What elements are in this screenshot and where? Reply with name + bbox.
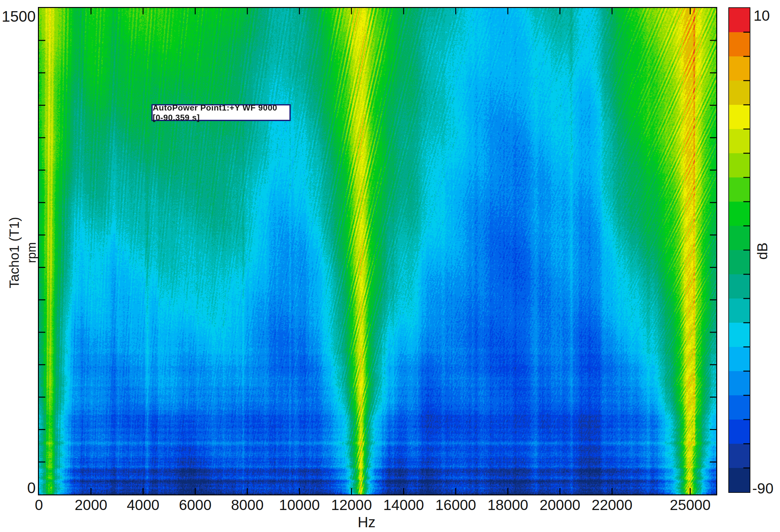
x-tick-label: 6000 bbox=[179, 496, 211, 514]
x-tick-label: 12000 bbox=[331, 496, 372, 514]
x-tick-label: 4000 bbox=[127, 496, 159, 514]
x-tick-label: 0 bbox=[35, 496, 43, 514]
x-tick-label: 22000 bbox=[592, 496, 632, 514]
x-tick-label: 8000 bbox=[231, 496, 263, 514]
colorbar-canvas bbox=[729, 8, 750, 492]
colorbar-title: dB bbox=[754, 243, 771, 260]
spectrogram-heatmap-canvas bbox=[39, 8, 716, 494]
waterfall-spectrogram-figure: AutoPower Point1:+Y WF 9000 [0-90.359 s]… bbox=[0, 0, 780, 532]
x-tick-label: 25000 bbox=[670, 496, 711, 514]
plot-area-frame: AutoPower Point1:+Y WF 9000 [0-90.359 s] bbox=[38, 7, 717, 495]
y-axis-title: Tacho1 (T1) bbox=[7, 217, 22, 288]
x-tick-label: 20000 bbox=[540, 496, 580, 514]
x-tick-label: 14000 bbox=[383, 496, 424, 514]
colorbar-min-label: -90 bbox=[752, 480, 773, 497]
x-tick-label: 10000 bbox=[279, 496, 320, 514]
curve-annotation-box: AutoPower Point1:+Y WF 9000 [0-90.359 s] bbox=[151, 104, 291, 121]
y-tick-label-min: 0 bbox=[0, 479, 36, 497]
curve-annotation-text: AutoPower Point1:+Y WF 9000 [0-90.359 s] bbox=[153, 103, 289, 123]
x-axis-title: Hz bbox=[358, 514, 376, 531]
x-tick-label: 18000 bbox=[487, 496, 528, 514]
y-tick-label-max: 1500 bbox=[0, 8, 36, 25]
colorbar-max-label: 10 bbox=[753, 7, 770, 24]
x-tick-label: 2000 bbox=[75, 496, 107, 514]
x-tick-label: 16000 bbox=[435, 496, 476, 514]
y-axis-unit-label: rpm bbox=[25, 242, 39, 263]
colorbar-frame bbox=[728, 7, 750, 493]
